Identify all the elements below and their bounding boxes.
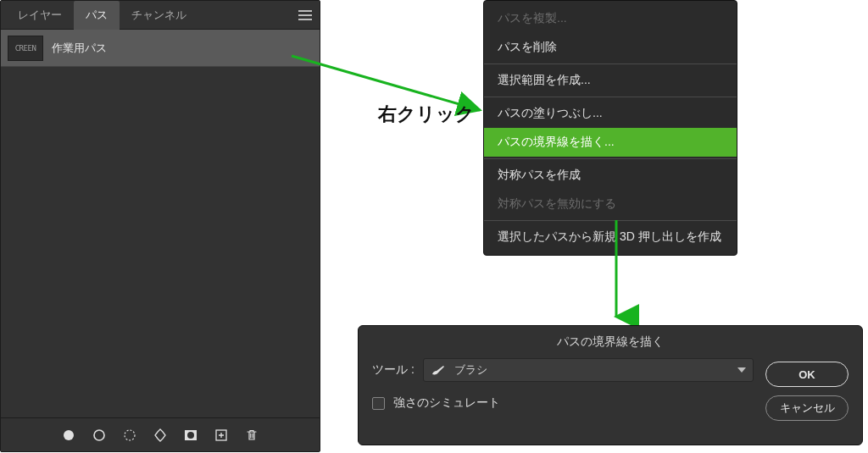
panel-menu-button[interactable] (296, 6, 314, 25)
panel-footer (1, 417, 320, 451)
tab-paths[interactable]: パス (74, 1, 120, 30)
svg-point-1 (94, 430, 104, 440)
ctx-item-disable-symmetry-path: 対称パスを無効にする (484, 190, 737, 218)
ctx-item-make-symmetry-path[interactable]: 対称パスを作成 (484, 161, 737, 190)
simulate-pressure-label: 強さのシミュレート (393, 395, 500, 411)
arrow-menu-to-dialog-icon (604, 217, 629, 327)
ctx-separator (484, 97, 737, 97)
stroke-path-dialog: パスの境界線を描く ツール : ブラシ 強さのシミュレート (358, 325, 863, 445)
svg-point-0 (64, 430, 74, 440)
ctx-item-delete-path[interactable]: パスを削除 (484, 33, 737, 62)
stroke-path-with-brush-icon[interactable] (91, 427, 108, 444)
ctx-item-make-selection[interactable]: 選択範囲を作成... (484, 66, 737, 95)
fill-path-with-foreground-icon[interactable] (60, 427, 77, 444)
ctx-item-duplicate-path: パスを複製... (484, 4, 737, 33)
ctx-item-fill-path[interactable]: パスの塗りつぶし... (484, 99, 737, 128)
path-item-label: 作業用パス (52, 41, 107, 56)
tab-channels[interactable]: チャンネル (120, 1, 198, 30)
panel-body: CREEN 作業用パス (1, 30, 320, 417)
tool-label: ツール : (372, 362, 415, 378)
load-path-as-selection-icon[interactable] (121, 427, 138, 444)
tool-select[interactable]: ブラシ (423, 358, 754, 382)
chevron-down-icon (737, 367, 746, 373)
panel-tabs: レイヤー パス チャンネル (1, 1, 320, 30)
create-new-path-icon[interactable] (213, 427, 230, 444)
svg-point-4 (187, 432, 194, 439)
ctx-separator (484, 64, 737, 64)
delete-path-icon[interactable] (243, 427, 260, 444)
ctx-item-stroke-path[interactable]: パスの境界線を描く... (484, 128, 737, 157)
hamburger-icon (298, 10, 312, 20)
simulate-pressure-checkbox[interactable] (372, 397, 385, 410)
make-work-path-from-selection-icon[interactable] (152, 427, 169, 444)
paths-panel: レイヤー パス チャンネル CREEN 作業用パス (0, 0, 320, 452)
right-click-label: 右クリック (378, 102, 475, 127)
path-item[interactable]: CREEN 作業用パス (1, 30, 320, 67)
tab-layers[interactable]: レイヤー (6, 1, 74, 30)
svg-point-2 (125, 430, 135, 440)
tool-select-value: ブラシ (454, 362, 487, 378)
dialog-title: パスの境界線を描く (372, 334, 849, 358)
ctx-separator (484, 158, 737, 159)
brush-icon (431, 364, 446, 376)
path-thumbnail: CREEN (8, 36, 43, 61)
add-mask-icon[interactable] (182, 427, 199, 444)
cancel-button[interactable]: キャンセル (765, 395, 849, 421)
ok-button[interactable]: OK (765, 362, 849, 387)
